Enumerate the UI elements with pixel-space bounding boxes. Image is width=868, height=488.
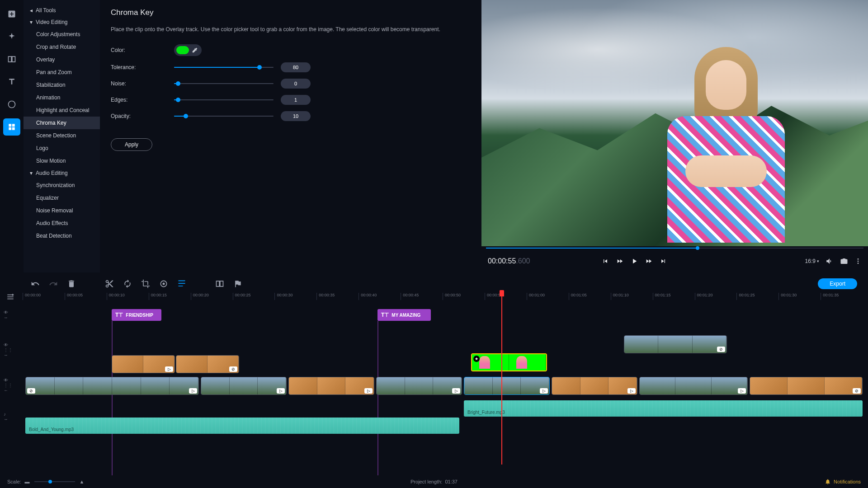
video-clip[interactable]: ▷ xyxy=(288,377,374,395)
title-clip-amazing[interactable]: T⊤ MY AMAZING xyxy=(377,309,431,321)
marker-icon[interactable] xyxy=(233,279,242,288)
zoom-in-icon[interactable]: ▲ xyxy=(80,479,85,484)
eyedropper-icon[interactable] xyxy=(192,47,198,53)
param-slider[interactable] xyxy=(174,64,274,70)
video-clip[interactable]: ▷ xyxy=(464,377,550,395)
title-track: T⊤ FRIENDSHIP T⊤ MY AMAZING xyxy=(23,309,863,321)
param-value[interactable]: 1 xyxy=(281,95,311,105)
sidebar-item-slow-motion[interactable]: Slow Motion xyxy=(24,155,100,167)
skip-back-icon[interactable] xyxy=(600,256,610,266)
transition-icon[interactable]: ▷ xyxy=(738,388,746,394)
preview-subject xyxy=(654,29,798,246)
no-transition-icon[interactable]: ⊘ xyxy=(717,347,725,352)
sidebar-item-synchronization[interactable]: Synchronization xyxy=(24,179,100,192)
title-clip-friendship[interactable]: T⊤ FRIENDSHIP xyxy=(112,309,161,321)
video-track-controls[interactable]: 👁⋮⋮← xyxy=(4,378,13,393)
video-clip[interactable]: ▷ xyxy=(201,377,287,395)
transition-icon[interactable]: ▷ xyxy=(627,388,636,394)
overlay-track-controls[interactable]: 👁⋮⋮↔ xyxy=(4,343,13,357)
filters-icon[interactable] xyxy=(3,28,20,45)
zoom-out-icon[interactable]: ▬ xyxy=(25,479,30,484)
aspect-ratio-selector[interactable]: 16:9 ▾ xyxy=(805,258,819,264)
sidebar-item-logo[interactable]: Logo xyxy=(24,142,100,155)
preview-video[interactable] xyxy=(481,0,868,246)
stickers-icon[interactable] xyxy=(3,96,20,113)
video-editing-header[interactable]: ▾Video Editing xyxy=(24,16,100,28)
audio-clip[interactable]: Bold_And_Young.mp3 xyxy=(25,418,459,434)
sidebar-item-stabilization[interactable]: Stabilization xyxy=(24,79,100,91)
param-value[interactable]: 80 xyxy=(281,62,311,72)
preview-scrubber[interactable] xyxy=(486,246,863,250)
transition-icon[interactable]: ▷ xyxy=(277,388,285,394)
video-clip[interactable]: ⊘ xyxy=(750,377,863,395)
properties-icon[interactable] xyxy=(177,279,186,288)
transition-icon[interactable]: ▷ xyxy=(165,366,173,372)
volume-icon[interactable] xyxy=(826,257,834,265)
overlay-clip[interactable]: ⊘ xyxy=(624,335,727,353)
export-button[interactable]: Export xyxy=(818,278,857,289)
transitions-icon[interactable] xyxy=(3,51,20,68)
param-slider[interactable] xyxy=(174,113,274,119)
all-tools-header[interactable]: ◂All Tools xyxy=(24,5,100,16)
more-tools-icon[interactable] xyxy=(3,118,20,136)
import-icon[interactable] xyxy=(3,5,20,23)
rotate-icon[interactable] xyxy=(123,279,132,288)
transition-icon[interactable]: ▷ xyxy=(189,388,197,394)
no-transition-icon[interactable]: ⊘ xyxy=(853,388,861,394)
redo-icon[interactable] xyxy=(49,279,58,288)
sidebar-item-crop-and-rotate[interactable]: Crop and Rotate xyxy=(24,41,100,53)
sidebar-item-chroma-key[interactable]: Chroma Key xyxy=(24,117,100,129)
timeline-ruler[interactable]: 00:00:0000:00:0500:00:1000:00:1500:00:20… xyxy=(23,293,863,300)
video-clip[interactable]: ▷ xyxy=(552,377,637,395)
snapshot-icon[interactable] xyxy=(840,257,848,265)
sidebar-item-noise-removal[interactable]: Noise Removal xyxy=(24,204,100,217)
sidebar-item-audio-effects[interactable]: Audio Effects xyxy=(24,217,100,230)
ruler-mark: 00:01:00 xyxy=(527,293,569,300)
sidebar-item-scene-detection[interactable]: Scene Detection xyxy=(24,129,100,142)
transition-wizard-icon[interactable] xyxy=(215,279,224,288)
transition-icon[interactable]: ▷ xyxy=(540,388,548,394)
record-icon[interactable] xyxy=(159,279,168,288)
tracks-container[interactable]: T⊤ FRIENDSHIP T⊤ MY AMAZING ⊘ ▷ ⊘ xyxy=(23,301,863,464)
playhead[interactable] xyxy=(501,293,502,465)
titles-icon[interactable] xyxy=(3,73,20,90)
notifications-button[interactable]: Notifications xyxy=(825,479,861,485)
audio-editing-header[interactable]: ▾Audio Editing xyxy=(24,167,100,179)
crop-icon[interactable] xyxy=(141,279,150,288)
apply-button[interactable]: Apply xyxy=(111,138,152,151)
sidebar-item-overlay[interactable]: Overlay xyxy=(24,53,100,66)
sidebar-item-highlight-and-conceal[interactable]: Highlight and Conceal xyxy=(24,104,100,117)
undo-icon[interactable] xyxy=(31,279,40,288)
transition-icon[interactable]: ▷ xyxy=(364,388,373,394)
audio-clip[interactable]: Bright_Future.mp3 xyxy=(464,400,863,417)
no-transition-icon[interactable]: ⊘ xyxy=(229,366,237,372)
video-clip[interactable]: ▷ xyxy=(376,377,462,395)
audio-track-controls[interactable]: ♪↔ xyxy=(4,412,8,422)
sidebar-item-beat-detection[interactable]: Beat Detection xyxy=(24,230,100,242)
param-value[interactable]: 10 xyxy=(281,111,311,121)
frame-forward-icon[interactable] xyxy=(644,256,654,266)
overlay-clip[interactable]: ▷ xyxy=(112,355,175,373)
scale-slider[interactable] xyxy=(34,481,75,482)
play-icon[interactable] xyxy=(629,256,639,266)
overlay-clip[interactable]: ⊘ xyxy=(176,355,239,373)
param-slider[interactable] xyxy=(174,80,274,87)
video-clip[interactable]: ▷ xyxy=(639,377,748,395)
frame-back-icon[interactable] xyxy=(615,256,625,266)
sidebar-item-color-adjustments[interactable]: Color Adjustments xyxy=(24,28,100,41)
param-value[interactable]: 0 xyxy=(281,79,311,89)
skip-forward-icon[interactable] xyxy=(658,256,668,266)
cut-icon[interactable] xyxy=(105,279,114,288)
video-clip[interactable]: ⊘ ▷ xyxy=(25,377,199,395)
sidebar-item-pan-and-zoom[interactable]: Pan and Zoom xyxy=(24,66,100,79)
color-picker[interactable] xyxy=(174,44,202,56)
transition-icon[interactable]: ▷ xyxy=(452,388,460,394)
param-slider[interactable] xyxy=(174,97,274,103)
sidebar-item-animation[interactable]: Animation xyxy=(24,91,100,104)
no-transition-icon[interactable]: ⊘ xyxy=(27,388,35,394)
delete-icon[interactable] xyxy=(67,279,76,288)
sidebar-item-equalizer[interactable]: Equalizer xyxy=(24,192,100,204)
more-icon[interactable] xyxy=(854,258,862,265)
overlay-clip-greenscreen[interactable]: ★ xyxy=(471,353,547,371)
title-track-controls[interactable]: 👁↔ xyxy=(4,310,8,320)
